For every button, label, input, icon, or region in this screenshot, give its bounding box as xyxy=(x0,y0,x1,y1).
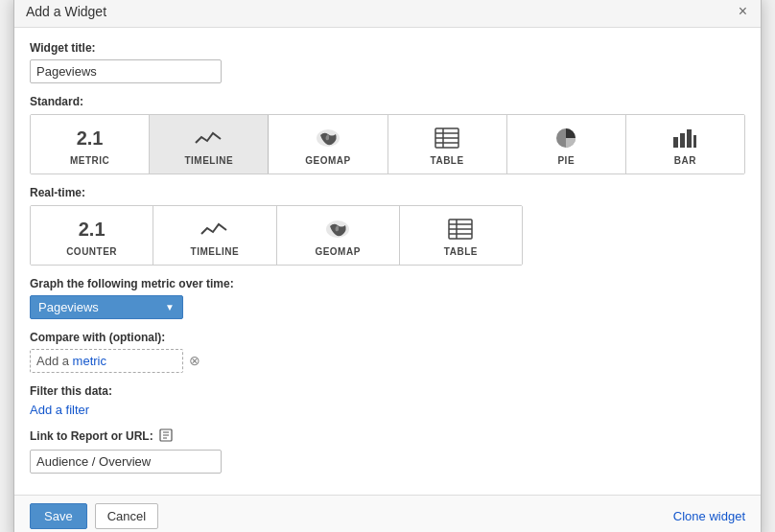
graph-metric-value: Pageviews xyxy=(38,300,99,314)
compare-label: Compare with (optional): xyxy=(30,331,745,344)
realtime-table-icon xyxy=(448,216,473,243)
standard-timeline-cell[interactable]: TIMELINE xyxy=(150,115,269,173)
realtime-timeline-icon xyxy=(200,216,230,243)
add-filter-link[interactable]: Add a filter xyxy=(30,403,89,417)
dropdown-arrow-icon: ▼ xyxy=(165,302,175,312)
cancel-button[interactable]: Cancel xyxy=(95,503,158,529)
footer-left: Save Cancel xyxy=(30,503,158,529)
counter-label: COUNTER xyxy=(66,246,117,257)
realtime-geomap-icon xyxy=(324,216,351,243)
realtime-geomap-cell[interactable]: GEOMAP xyxy=(277,206,400,265)
widget-title-input[interactable] xyxy=(30,59,222,83)
standard-pie-cell[interactable]: PIE xyxy=(507,115,626,173)
counter-icon: 2.1 xyxy=(79,216,106,243)
realtime-table-cell[interactable]: TABLE xyxy=(400,206,522,265)
realtime-geomap-label: GEOMAP xyxy=(315,246,360,257)
link-section: Link to Report or URL: xyxy=(30,428,745,474)
table-icon xyxy=(434,125,459,151)
geomap-icon xyxy=(315,125,341,151)
realtime-timeline-cell[interactable]: TIMELINE xyxy=(153,206,276,265)
geomap-label: GEOMAP xyxy=(305,155,350,166)
link-label: Link to Report or URL: xyxy=(30,429,153,443)
pie-icon xyxy=(554,125,577,151)
add-widget-dialog: Add a Widget × Widget title: Standard: 2… xyxy=(13,0,762,532)
graph-metric-label: Graph the following metric over time: xyxy=(30,277,745,290)
widget-title-label: Widget title: xyxy=(30,41,745,55)
realtime-section: Real-time: 2.1 COUNTER TIMELI xyxy=(30,186,745,266)
standard-widget-grid: 2.1 METRIC TIMELINE xyxy=(30,114,745,174)
metric-label: METRIC xyxy=(70,155,109,166)
svg-rect-9 xyxy=(687,129,692,148)
standard-label: Standard: xyxy=(30,95,745,108)
realtime-counter-cell[interactable]: 2.1 COUNTER xyxy=(31,206,153,265)
standard-metric-cell[interactable]: 2.1 METRIC xyxy=(31,115,150,173)
compare-metric-link[interactable]: metric xyxy=(73,354,106,368)
link-label-row: Link to Report or URL: xyxy=(30,428,745,445)
dialog-header: Add a Widget × xyxy=(14,0,761,28)
svg-rect-8 xyxy=(680,133,685,148)
link-input[interactable] xyxy=(30,450,222,474)
standard-section: Standard: 2.1 METRIC TIMELINE xyxy=(30,95,745,174)
realtime-timeline-label: TIMELINE xyxy=(191,246,240,257)
standard-table-cell[interactable]: TABLE xyxy=(388,115,507,173)
table-label: TABLE xyxy=(431,155,464,166)
realtime-widget-grid: 2.1 COUNTER TIMELINE xyxy=(30,205,523,266)
pie-label: PIE xyxy=(557,155,575,166)
save-button[interactable]: Save xyxy=(30,503,87,529)
realtime-table-label: TABLE xyxy=(444,246,478,257)
dialog-body: Widget title: Standard: 2.1 METRIC xyxy=(14,28,761,495)
bar-icon xyxy=(671,125,698,151)
standard-bar-cell[interactable]: BAR xyxy=(626,115,744,173)
dialog-title: Add a Widget xyxy=(26,4,106,19)
realtime-label: Real-time: xyxy=(30,186,745,199)
bar-label: BAR xyxy=(674,155,696,166)
metric-icon: 2.1 xyxy=(77,125,104,151)
compare-row: Add a metric ⊗ xyxy=(30,349,745,373)
svg-rect-7 xyxy=(673,137,678,148)
close-button[interactable]: × xyxy=(737,4,749,19)
timeline-icon xyxy=(194,125,224,151)
filter-section: Filter this data: Add a filter xyxy=(30,384,745,417)
svg-rect-10 xyxy=(693,135,696,148)
standard-geomap-cell[interactable]: GEOMAP xyxy=(269,115,388,173)
widget-title-section: Widget title: xyxy=(30,41,745,83)
dialog-footer: Save Cancel Clone widget xyxy=(14,495,761,533)
graph-metric-dropdown[interactable]: Pageviews ▼ xyxy=(30,295,183,319)
compare-section: Compare with (optional): Add a metric ⊗ xyxy=(30,331,745,373)
compare-remove-button[interactable]: ⊗ xyxy=(189,353,200,368)
compare-metric-input[interactable]: Add a metric xyxy=(30,349,183,373)
clone-widget-button[interactable]: Clone widget xyxy=(673,509,745,523)
compare-pre-text: Add a xyxy=(36,354,73,368)
graph-metric-section: Graph the following metric over time: Pa… xyxy=(30,277,745,319)
filter-label: Filter this data: xyxy=(30,384,745,398)
timeline-label: TIMELINE xyxy=(184,155,233,166)
link-icon xyxy=(159,428,173,445)
